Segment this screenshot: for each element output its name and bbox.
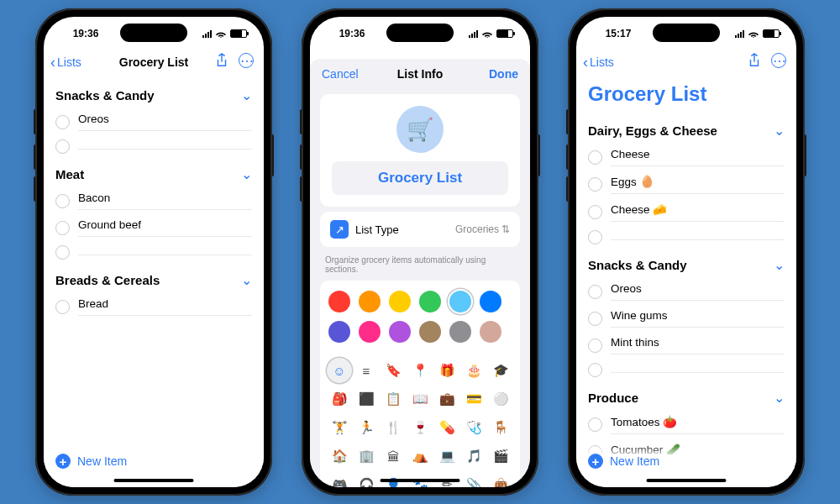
reminder-label[interactable]: Mint thins: [611, 336, 785, 354]
reminder-label[interactable]: Bacon: [78, 192, 252, 210]
reminder-circle[interactable]: [588, 417, 602, 432]
icon-option[interactable]: 💊: [434, 415, 459, 440]
reminder-label[interactable]: [611, 367, 785, 373]
icon-option[interactable]: 🏠: [327, 444, 352, 469]
icon-option[interactable]: 📎: [461, 472, 486, 487]
icon-option[interactable]: 🎒: [327, 386, 352, 412]
icon-option[interactable]: 💻: [434, 444, 459, 469]
icon-option[interactable]: ≡: [354, 358, 379, 383]
home-indicator[interactable]: [647, 479, 727, 482]
reminder-row[interactable]: [55, 135, 252, 158]
reminder-label[interactable]: [611, 234, 785, 240]
reminder-label[interactable]: Wine gums: [611, 309, 785, 328]
color-swatch[interactable]: [359, 321, 381, 343]
reminder-row[interactable]: Mint thins: [588, 332, 785, 359]
cancel-button[interactable]: Cancel: [322, 67, 359, 81]
color-swatch[interactable]: [389, 321, 411, 343]
reminder-label[interactable]: Ground beef: [78, 218, 252, 237]
reminder-circle[interactable]: [55, 194, 70, 208]
icon-option[interactable]: 📍: [407, 358, 433, 383]
color-swatch[interactable]: [480, 291, 501, 312]
icon-option[interactable]: 🎂: [461, 358, 486, 383]
icon-option[interactable]: 📖: [407, 386, 433, 412]
reminder-circle[interactable]: [588, 230, 602, 244]
list-name-input[interactable]: Grocery List: [332, 161, 508, 195]
icon-option[interactable]: 💳: [461, 386, 486, 412]
back-button[interactable]: ‹ Lists: [50, 55, 81, 69]
icon-option[interactable]: 🎁: [434, 358, 459, 383]
reminder-circle[interactable]: [55, 300, 70, 314]
back-button[interactable]: ‹ Lists: [583, 55, 614, 69]
reminder-circle[interactable]: [55, 115, 70, 129]
icon-option[interactable]: 👜: [488, 472, 513, 487]
reminder-circle[interactable]: [588, 150, 602, 165]
icon-option[interactable]: 🏛: [381, 444, 406, 469]
color-swatch[interactable]: [419, 321, 441, 343]
color-swatch[interactable]: [449, 291, 471, 312]
color-swatch[interactable]: [328, 291, 350, 312]
color-swatch[interactable]: [419, 291, 441, 312]
reminder-row[interactable]: Ground beef: [55, 214, 252, 241]
icon-option[interactable]: 🎬: [488, 444, 513, 469]
section-header[interactable]: Breads & Cereals⌄: [55, 264, 252, 293]
reminder-label[interactable]: Cheese: [611, 148, 785, 166]
reminder-row[interactable]: [588, 226, 785, 249]
more-icon[interactable]: ⋯: [771, 53, 786, 68]
reminder-row[interactable]: [588, 359, 785, 381]
icon-option[interactable]: 🔖: [381, 358, 406, 383]
icon-option[interactable]: 📋: [381, 386, 406, 412]
reminder-circle[interactable]: [588, 363, 602, 377]
reminder-row[interactable]: Eggs 🥚: [588, 171, 785, 198]
color-swatch[interactable]: [359, 291, 381, 312]
reminder-label[interactable]: [78, 249, 252, 255]
reminder-circle[interactable]: [588, 339, 602, 353]
section-header[interactable]: Snacks & Candy⌄: [55, 79, 252, 108]
reminder-label[interactable]: Bread: [78, 297, 252, 316]
icon-option[interactable]: 🎵: [461, 444, 486, 469]
reminder-label[interactable]: Eggs 🥚: [611, 175, 785, 194]
reminder-row[interactable]: Oreos: [588, 278, 785, 305]
section-header[interactable]: Dairy, Eggs & Cheese⌄: [588, 114, 785, 144]
reminder-circle[interactable]: [55, 245, 70, 260]
icon-option[interactable]: ⛺: [407, 444, 433, 469]
icon-option[interactable]: 💼: [434, 386, 459, 412]
reminder-row[interactable]: Bread: [55, 293, 252, 320]
reminder-circle[interactable]: [55, 221, 70, 235]
share-icon[interactable]: [215, 53, 228, 71]
icon-option[interactable]: 🎧: [354, 472, 379, 487]
color-swatch[interactable]: [480, 321, 501, 343]
reminder-row[interactable]: Bacon: [55, 187, 252, 214]
list-type-row[interactable]: ↗ List Type Groceries⇅: [320, 212, 520, 247]
share-icon[interactable]: [748, 53, 761, 71]
icon-option[interactable]: 🩺: [461, 415, 486, 440]
icon-option[interactable]: 🏢: [354, 444, 379, 469]
reminder-row[interactable]: Wine gums: [588, 305, 785, 332]
reminder-row[interactable]: [55, 241, 252, 264]
color-swatch[interactable]: [449, 321, 471, 343]
reminder-circle[interactable]: [588, 285, 602, 299]
reminder-row[interactable]: Cheese: [588, 144, 785, 171]
reminder-circle[interactable]: [588, 312, 602, 326]
reminder-circle[interactable]: [55, 139, 70, 154]
reminder-label[interactable]: Oreos: [611, 282, 785, 301]
home-indicator[interactable]: [381, 479, 460, 482]
reminder-row[interactable]: Tomatoes 🍅: [588, 411, 785, 438]
reminder-label[interactable]: [78, 144, 252, 150]
icon-option[interactable]: ⚪: [488, 386, 513, 412]
color-swatch[interactable]: [328, 321, 350, 343]
icon-option[interactable]: 🎮: [327, 472, 352, 487]
icon-option[interactable]: 🎓: [488, 358, 513, 383]
section-header[interactable]: Meat⌄: [55, 158, 252, 187]
icon-option[interactable]: 🪑: [488, 415, 513, 440]
section-header[interactable]: Snacks & Candy⌄: [588, 249, 785, 278]
section-header[interactable]: Produce⌄: [588, 381, 785, 411]
reminder-circle[interactable]: [588, 177, 602, 192]
done-button[interactable]: Done: [489, 67, 518, 81]
icon-option[interactable]: ⬛: [354, 386, 379, 412]
home-indicator[interactable]: [114, 479, 194, 482]
icon-option[interactable]: 🍴: [381, 415, 406, 440]
reminder-row[interactable]: Cheese 🧀: [588, 198, 785, 226]
icon-option[interactable]: ☺: [327, 358, 352, 383]
reminder-row[interactable]: Oreos: [55, 108, 252, 135]
reminder-circle[interactable]: [588, 205, 602, 219]
